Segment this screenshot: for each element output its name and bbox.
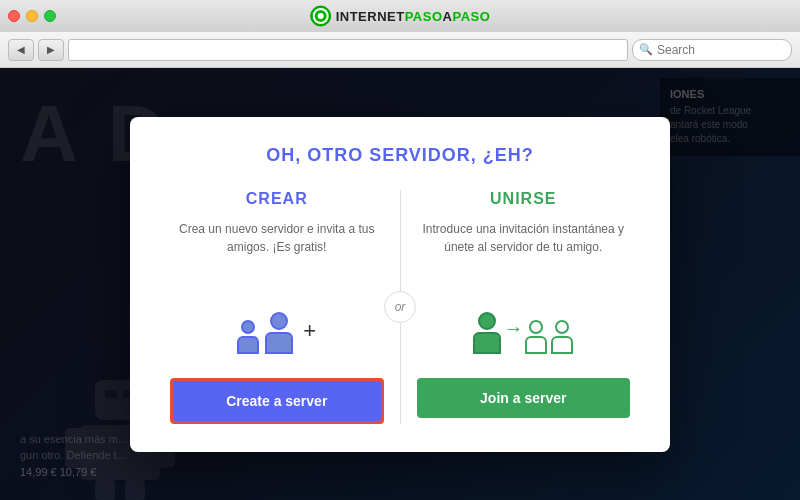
search-icon: 🔍 xyxy=(639,43,653,56)
logo-text: INTERNETPASOAPASO xyxy=(336,9,491,24)
create-server-button[interactable]: Create a server xyxy=(170,378,384,424)
maximize-button[interactable] xyxy=(44,10,56,22)
or-badge: or xyxy=(384,291,416,323)
join-person-far-icon xyxy=(551,320,573,354)
modal-overlay: OH, OTRO SERVIDOR, ¿EH? CREAR Crea un nu… xyxy=(0,68,800,500)
join-person-right-icon xyxy=(525,320,547,354)
join-person-left-icon xyxy=(473,312,501,354)
search-input[interactable] xyxy=(632,39,792,61)
title-bar: INTERNETPASOAPASO xyxy=(0,0,800,32)
join-heading: UNIRSE xyxy=(490,190,556,208)
nav-bar: ◀ ▶ 🔍 xyxy=(0,32,800,68)
close-button[interactable] xyxy=(8,10,20,22)
forward-button[interactable]: ▶ xyxy=(38,39,64,61)
logo-area: INTERNETPASOAPASO xyxy=(310,5,491,27)
join-server-button[interactable]: Join a server xyxy=(417,378,631,418)
join-persons: → xyxy=(473,312,573,354)
create-icon-area: + xyxy=(237,284,316,354)
search-wrapper: 🔍 xyxy=(632,39,792,61)
address-bar[interactable] xyxy=(68,39,628,61)
person-small-icon xyxy=(237,320,259,354)
create-heading: CREAR xyxy=(246,190,308,208)
create-persons xyxy=(237,312,293,354)
person-large-icon xyxy=(265,312,293,354)
modal-divider: or xyxy=(400,190,401,424)
logo-icon xyxy=(310,5,332,27)
svg-point-2 xyxy=(318,13,324,19)
join-icon-area: → xyxy=(473,284,573,354)
join-description: Introduce una invitación instantánea y ú… xyxy=(417,220,631,268)
modal-columns: CREAR Crea un nuevo servidor e invita a … xyxy=(154,190,646,424)
join-column: UNIRSE Introduce una invitación instantá… xyxy=(401,190,647,424)
minimize-button[interactable] xyxy=(26,10,38,22)
modal-dialog: OH, OTRO SERVIDOR, ¿EH? CREAR Crea un nu… xyxy=(130,117,670,452)
create-column: CREAR Crea un nuevo servidor e invita a … xyxy=(154,190,400,424)
arrow-icon: → xyxy=(503,317,523,340)
plus-icon: + xyxy=(303,318,316,344)
modal-title: OH, OTRO SERVIDOR, ¿EH? xyxy=(154,145,646,166)
create-description: Crea un nuevo servidor e invita a tus am… xyxy=(170,220,384,268)
back-button[interactable]: ◀ xyxy=(8,39,34,61)
